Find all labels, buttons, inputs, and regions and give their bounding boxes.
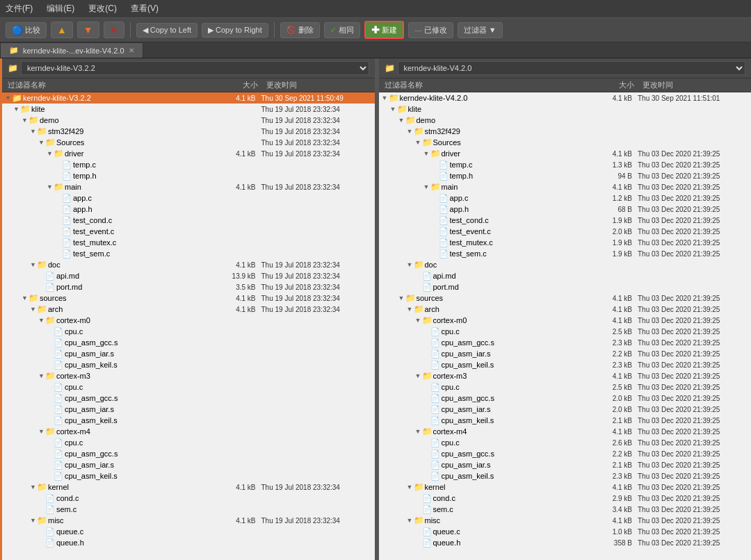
right-path-select[interactable]: kerndev-klite-V4.2.0 — [398, 61, 746, 75]
expand-arrow[interactable]: ▼ — [22, 295, 29, 302]
tree-row[interactable]: 📄 cpu_asm_keil.s — [2, 359, 375, 370]
tree-row[interactable]: ▼ 📁 main 4.1 kB Thu 03 Dec 2020 21:39:25 — [379, 181, 752, 192]
menu-edit[interactable]: 编辑(E) — [44, 1, 77, 16]
tree-row[interactable]: 📄 cpu_asm_iar.s 2.1 kB Thu 03 Dec 2020 2… — [379, 459, 752, 470]
tree-row[interactable]: 📄 test_sem.c 1.9 kB Thu 03 Dec 2020 21:3… — [379, 248, 752, 259]
expand-arrow[interactable]: ▼ — [30, 306, 37, 313]
tree-row[interactable]: 📄 cpu_asm_iar.s 2.2 kB Thu 03 Dec 2020 2… — [379, 348, 752, 359]
tree-row[interactable]: ▼ 📁 cortex-m4 — [2, 426, 375, 437]
main-tab[interactable]: 📁 kerndev-klite-...ev-klite-V4.2.0 ✕ — [0, 42, 143, 58]
tree-row[interactable]: ▼ 📁 misc 4.1 kB Thu 03 Dec 2020 21:39:25 — [379, 515, 752, 526]
tree-row[interactable]: ▼ 📁 klite Thu 19 Jul 2018 23:32:34 — [2, 104, 375, 115]
tree-row[interactable]: 📄 cpu_asm_keil.s — [2, 470, 375, 481]
tree-row[interactable]: 📄 app.c 1.2 kB Thu 03 Dec 2020 21:39:25 — [379, 192, 752, 204]
tree-row[interactable]: 📄 cpu.c 2.5 kB Thu 03 Dec 2020 21:39:25 — [379, 326, 752, 337]
tree-row[interactable]: ▼ 📁 misc 4.1 kB Thu 19 Jul 2018 23:32:34 — [2, 515, 375, 526]
tree-row[interactable]: ▼ 📁 main 4.1 kB Thu 19 Jul 2018 23:32:34 — [2, 181, 375, 192]
tree-row[interactable]: 📄 cpu_asm_gcc.s — [2, 448, 375, 459]
left-path-select[interactable]: kerndev-klite-V3.2.2 — [21, 61, 369, 75]
tree-row[interactable]: 📄 cond.c — [2, 493, 375, 504]
expand-arrow[interactable]: ▼ — [22, 117, 29, 124]
tree-row[interactable]: 📄 cpu_asm_iar.s — [2, 348, 375, 359]
tree-row[interactable]: 📄 port.md 3.5 kB Thu 19 Jul 2018 23:32:3… — [2, 281, 375, 293]
tree-row[interactable]: 📄 test_event.c 2.0 kB Thu 03 Dec 2020 21… — [379, 226, 752, 237]
tab-close-icon[interactable]: ✕ — [129, 47, 134, 54]
tree-row[interactable]: ▼ 📁 doc 4.1 kB Thu 19 Jul 2018 23:32:34 — [2, 259, 375, 270]
tree-row[interactable]: ▼ 📁 klite — [379, 104, 752, 115]
expand-arrow[interactable]: ▼ — [415, 139, 422, 146]
tree-row[interactable]: 📄 cond.c 2.9 kB Thu 03 Dec 2020 21:39:25 — [379, 493, 752, 504]
expand-arrow[interactable]: ▼ — [38, 428, 45, 435]
tree-row[interactable]: ▼ 📁 stm32f429 — [379, 126, 752, 137]
expand-arrow[interactable]: ▼ — [30, 484, 37, 491]
expand-arrow[interactable]: ▼ — [415, 317, 422, 324]
menu-file[interactable]: 文件(F) — [3, 1, 35, 16]
copy-left-button[interactable]: ◀ Copy to Left — [136, 23, 197, 38]
up-button[interactable]: ▲ — [51, 22, 73, 38]
tree-row[interactable]: ▼ 📁 kerndev-klite-V3.2.2 4.1 kB Thu 30 S… — [2, 92, 375, 104]
tree-row[interactable]: 📄 test_cond.c — [2, 215, 375, 226]
expand-arrow[interactable]: ▼ — [30, 128, 37, 135]
tree-row[interactable]: ▼ 📁 kerndev-klite-V4.2.0 4.1 kB Thu 30 S… — [379, 92, 752, 104]
tree-row[interactable]: 📄 app.h 68 B Thu 03 Dec 2020 21:39:25 — [379, 204, 752, 215]
expand-arrow[interactable]: ▼ — [5, 94, 12, 101]
tree-row[interactable]: 📄 cpu.c 2.6 kB Thu 03 Dec 2020 21:39:25 — [379, 437, 752, 448]
tree-row[interactable]: ▼ 📁 stm32f429 Thu 19 Jul 2018 23:32:34 — [2, 126, 375, 137]
tree-row[interactable]: 📄 api.md — [379, 270, 752, 281]
tree-row[interactable]: 📄 app.c — [2, 192, 375, 204]
down-button[interactable]: ▼ — [77, 22, 99, 38]
expand-arrow[interactable]: ▼ — [398, 117, 405, 124]
tree-row[interactable]: 📄 temp.c 1.3 kB Thu 03 Dec 2020 21:39:25 — [379, 159, 752, 170]
expand-arrow[interactable]: ▼ — [423, 183, 430, 190]
filter-button[interactable]: 过滤器 ▼ — [458, 22, 503, 38]
tree-row[interactable]: 📄 queue.c — [2, 526, 375, 537]
tree-row[interactable]: 📄 sem.c 3.4 kB Thu 03 Dec 2020 21:39:25 — [379, 504, 752, 515]
tree-row[interactable]: 📄 test_mutex.c — [2, 237, 375, 248]
compare-button[interactable]: 🔵 比较 — [6, 22, 47, 38]
new-button[interactable]: ✚ 新建 — [364, 21, 404, 39]
tree-row[interactable]: 📄 temp.c — [2, 159, 375, 170]
tree-row[interactable]: 📄 cpu.c — [2, 326, 375, 337]
tree-row[interactable]: ▼ 📁 kernel 4.1 kB Thu 19 Jul 2018 23:32:… — [2, 481, 375, 493]
tree-row[interactable]: 📄 cpu_asm_iar.s — [2, 459, 375, 470]
tree-row[interactable]: ▼ 📁 cortex-m3 — [2, 370, 375, 381]
tree-row[interactable]: ▼ 📁 sources 4.1 kB Thu 19 Jul 2018 23:32… — [2, 293, 375, 304]
tree-row[interactable]: 📄 test_mutex.c 1.9 kB Thu 03 Dec 2020 21… — [379, 237, 752, 248]
left-tree[interactable]: ▼ 📁 kerndev-klite-V3.2.2 4.1 kB Thu 30 S… — [2, 92, 375, 560]
expand-arrow[interactable]: ▼ — [382, 94, 389, 101]
tree-row[interactable]: 📄 cpu_asm_gcc.s 2.3 kB Thu 03 Dec 2020 2… — [379, 337, 752, 348]
tree-row[interactable]: 📄 cpu_asm_gcc.s — [2, 393, 375, 404]
tree-row[interactable]: ▼ 📁 arch 4.1 kB Thu 19 Jul 2018 23:32:34 — [2, 304, 375, 315]
right-tree[interactable]: ▼ 📁 kerndev-klite-V4.2.0 4.1 kB Thu 30 S… — [379, 92, 752, 560]
expand-arrow[interactable]: ▼ — [13, 106, 20, 113]
expand-arrow[interactable]: ▼ — [407, 128, 414, 135]
menu-change[interactable]: 更改(C) — [86, 1, 120, 16]
tree-row[interactable]: ▼ 📁 demo Thu 19 Jul 2018 23:32:34 — [2, 115, 375, 126]
expand-arrow[interactable]: ▼ — [47, 150, 54, 157]
tree-row[interactable]: 📄 test_cond.c 1.9 kB Thu 03 Dec 2020 21:… — [379, 215, 752, 226]
expand-arrow[interactable]: ▼ — [38, 317, 45, 324]
expand-arrow[interactable]: ▼ — [407, 484, 414, 491]
expand-arrow[interactable]: ▼ — [415, 372, 422, 379]
tree-row[interactable]: 📄 cpu_asm_keil.s — [2, 415, 375, 426]
tree-row[interactable]: ▼ 📁 doc — [379, 259, 752, 270]
tree-row[interactable]: ▼ 📁 Sources — [379, 137, 752, 148]
copy-right-button[interactable]: ▶ Copy to Right — [202, 23, 268, 38]
tree-row[interactable]: 📄 temp.h 94 B Thu 03 Dec 2020 21:39:25 — [379, 170, 752, 181]
expand-arrow[interactable]: ▼ — [398, 295, 405, 302]
tree-row[interactable]: ▼ 📁 cortex-m4 4.1 kB Thu 03 Dec 2020 21:… — [379, 426, 752, 437]
tree-row[interactable]: 📄 cpu.c — [2, 381, 375, 393]
tree-row[interactable]: 📄 api.md 13.9 kB Thu 19 Jul 2018 23:32:3… — [2, 270, 375, 281]
tree-row[interactable]: 📄 cpu_asm_keil.s 2.1 kB Thu 03 Dec 2020 … — [379, 415, 752, 426]
tree-row[interactable]: 📄 queue.h — [2, 537, 375, 548]
tree-row[interactable]: ▼ 📁 Sources Thu 19 Jul 2018 23:32:34 — [2, 137, 375, 148]
tree-row[interactable]: ▼ 📁 driver 4.1 kB Thu 03 Dec 2020 21:39:… — [379, 148, 752, 159]
tree-row[interactable]: 📄 test_sem.c — [2, 248, 375, 259]
tree-row[interactable]: ▼ 📁 cortex-m3 4.1 kB Thu 03 Dec 2020 21:… — [379, 370, 752, 381]
tree-row[interactable]: ▼ 📁 sources 4.1 kB Thu 03 Dec 2020 21:39… — [379, 293, 752, 304]
tree-row[interactable]: 📄 cpu_asm_iar.s 2.0 kB Thu 03 Dec 2020 2… — [379, 404, 752, 415]
tree-row[interactable]: 📄 sem.c — [2, 504, 375, 515]
same-button[interactable]: ✔ 相同 — [324, 22, 360, 38]
tree-row[interactable]: 📄 cpu_asm_gcc.s — [2, 337, 375, 348]
tree-row[interactable]: 📄 cpu_asm_gcc.s 2.2 kB Thu 03 Dec 2020 2… — [379, 448, 752, 459]
